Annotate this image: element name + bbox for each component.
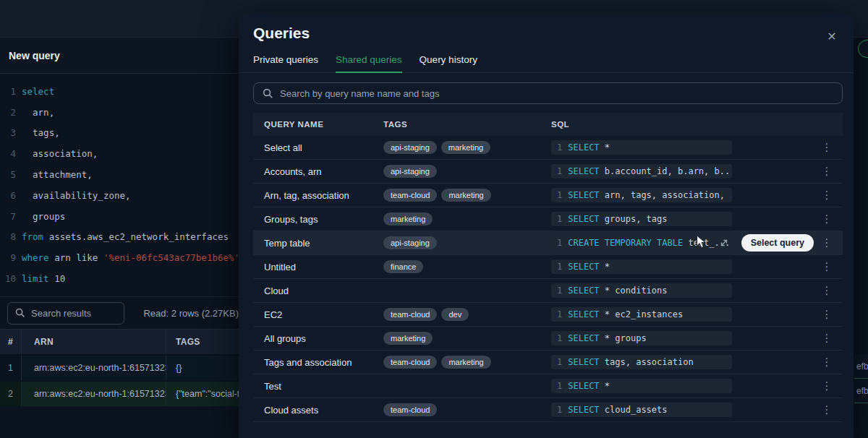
kebab-menu-icon[interactable]: ⋮ (811, 141, 843, 154)
sql-code: SELECT * groups (568, 333, 646, 343)
results-col-tags: TAGS (166, 330, 239, 354)
query-row[interactable]: All groupsmarketing1SELECT * groups⋮ (253, 327, 843, 351)
sql-keyword: SELECT (568, 285, 599, 296)
query-row[interactable]: Groups, tagsmarketing1SELECT groups, tag… (253, 207, 843, 231)
tag-pill: marketing (383, 332, 433, 345)
query-sql: 1SELECT * (551, 136, 811, 159)
select-query-button[interactable]: Select query (741, 234, 814, 252)
sql-snippet[interactable]: 1SELECT arn, tags, association, ... (551, 188, 732, 202)
code-text: attachment, (22, 169, 93, 180)
query-search-placeholder: Search by query name name and tags (280, 88, 439, 99)
code-line: 10limit 10 (0, 268, 239, 289)
sql-text: 10 (49, 273, 66, 284)
code-line: 8from assets.aws_ec2_network_interfaces (0, 227, 239, 248)
kebab-menu-icon[interactable]: ⋮ (811, 260, 843, 273)
query-tags: team-clouddev (383, 308, 551, 321)
query-sql: 1SELECT * conditions (551, 279, 811, 302)
line-number: 3 (0, 127, 22, 138)
query-search-input[interactable]: Search by query name name and tags (253, 82, 843, 104)
sql-line-number: 1 (557, 238, 562, 248)
sql-editor[interactable]: 1select2 arn,3 tags,4 association,5 atta… (0, 74, 239, 296)
sql-snippet[interactable]: 1SELECT * (551, 140, 732, 155)
code-text: association, (22, 148, 98, 159)
query-sql: 1SELECT * groups (551, 327, 811, 350)
query-row[interactable]: Arn, tag, associationteam-cloudmarketing… (253, 184, 843, 207)
query-tags: team-cloudmarketing (383, 356, 551, 369)
query-tags: team-cloud (383, 403, 551, 416)
code-line: 3 tags, (0, 123, 239, 144)
close-icon[interactable]: ✕ (823, 27, 841, 45)
query-row[interactable]: Tags and associationteam-cloudmarketing1… (253, 351, 843, 374)
expand-icon[interactable] (719, 238, 729, 248)
sql-code: SELECT groups, tags (568, 214, 667, 224)
query-row[interactable]: Untitledfinance1SELECT *⋮ (253, 255, 843, 279)
query-sql: 1SELECT * ec2_instances (551, 303, 811, 326)
kebab-menu-icon[interactable]: ⋮ (811, 379, 843, 392)
query-row[interactable]: EC2team-clouddev1SELECT * ec2_instances⋮ (253, 303, 843, 327)
tag-pill: marketing (441, 141, 490, 154)
kebab-menu-icon[interactable]: ⋮ (811, 356, 843, 369)
query-name: Tags and association (253, 357, 383, 368)
kebab-menu-icon[interactable]: ⋮ (811, 403, 843, 416)
tab-query-history[interactable]: Query history (420, 54, 477, 72)
kebab-menu-icon[interactable]: ⋮ (811, 332, 843, 345)
sql-snippet[interactable]: 1SELECT * (551, 379, 732, 393)
code-text: tags, (22, 127, 60, 138)
queries-modal: Queries ✕ Private queriesShared queriesQ… (239, 13, 854, 438)
query-row[interactable]: Accounts, arnapi-staging1SELECT b.accoun… (253, 160, 843, 184)
sql-snippet[interactable]: 1SELECT b.account_id, b.arn, b... (551, 164, 732, 179)
query-row[interactable]: Select allapi-stagingmarketing1SELECT *⋮ (253, 136, 843, 160)
line-number: 10 (0, 273, 22, 284)
query-name: Cloud (253, 285, 383, 296)
sql-snippet[interactable]: 1SELECT cloud_assets (551, 403, 732, 417)
sql-snippet[interactable]: 1SELECT groups, tags (551, 212, 732, 226)
kebab-menu-icon[interactable]: ⋮ (811, 212, 843, 226)
modal-title: Queries (253, 25, 854, 42)
sql-keyword: CREATE TEMPORARY TABLE (568, 238, 683, 248)
kebab-menu-icon[interactable]: ⋮ (811, 284, 843, 297)
tag-pill: marketing (441, 356, 490, 369)
table-row[interactable]: 1arn:aws:ec2:eu-north-1:61571323{} (0, 354, 239, 380)
kebab-menu-icon[interactable]: ⋮ (811, 189, 843, 202)
results-table-header: # ARN TAGS (0, 330, 239, 354)
code-line: 7 groups (0, 206, 239, 227)
line-number: 7 (0, 211, 22, 222)
sql-keyword: SELECT (568, 333, 599, 343)
kebab-menu-icon[interactable]: ⋮ (811, 236, 843, 249)
table-row[interactable]: 2arn:aws:ec2:eu-north-1:61571323{"team":… (0, 380, 239, 406)
results-search-input[interactable]: Search results (7, 302, 124, 325)
arn-cell: arn:aws:ec2:eu-north-1:61571323 (22, 382, 166, 406)
tag-pill: team-cloud (383, 308, 437, 321)
tags-cell: {"team":"social-te (166, 382, 239, 406)
query-row[interactable]: Cloud assetsteam-cloud1SELECT cloud_asse… (253, 398, 843, 422)
query-row[interactable]: Test1SELECT *⋮ (253, 374, 843, 398)
sql-snippet[interactable]: 1SELECT * groups (551, 331, 732, 345)
query-row[interactable]: Temp tableapi-staging1CREATE TEMPORARY T… (253, 231, 843, 255)
sql-keyword: SELECT (568, 214, 599, 224)
editor-tab-header[interactable]: New query (0, 38, 239, 74)
kebab-menu-icon[interactable]: ⋮ (811, 165, 843, 178)
sql-keyword: select (22, 86, 54, 97)
query-row[interactable]: Cloud1SELECT * conditions⋮ (253, 279, 843, 303)
col-sql: SQL (551, 120, 811, 129)
tag-pill: team-cloud (383, 189, 437, 202)
sql-code: SELECT tags, association (568, 357, 693, 367)
tab-shared-queries[interactable]: Shared queries (336, 54, 402, 73)
query-tags: api-stagingmarketing (383, 141, 551, 154)
sql-snippet[interactable]: 1SELECT tags, association (551, 355, 732, 369)
sql-snippet[interactable]: 1SELECT * (551, 259, 732, 274)
sql-snippet[interactable]: 1SELECT * ec2_instances (551, 307, 732, 322)
sql-snippet[interactable]: 1SELECT * conditions (551, 283, 732, 298)
query-tags: team-cloudmarketing (383, 189, 551, 202)
partial-run-button[interactable] (858, 40, 868, 58)
sql-text: groups, tags (600, 214, 668, 224)
sql-text: groups (22, 211, 65, 222)
kebab-menu-icon[interactable]: ⋮ (811, 308, 843, 321)
tags-cell: {} (166, 356, 239, 380)
results-search-placeholder: Search results (31, 308, 91, 319)
results-col-num: # (0, 330, 22, 354)
tab-private-queries[interactable]: Private queries (253, 54, 318, 72)
search-icon (15, 308, 25, 318)
tag-pill: marketing (383, 212, 433, 226)
tag-pill: marketing (441, 189, 490, 202)
